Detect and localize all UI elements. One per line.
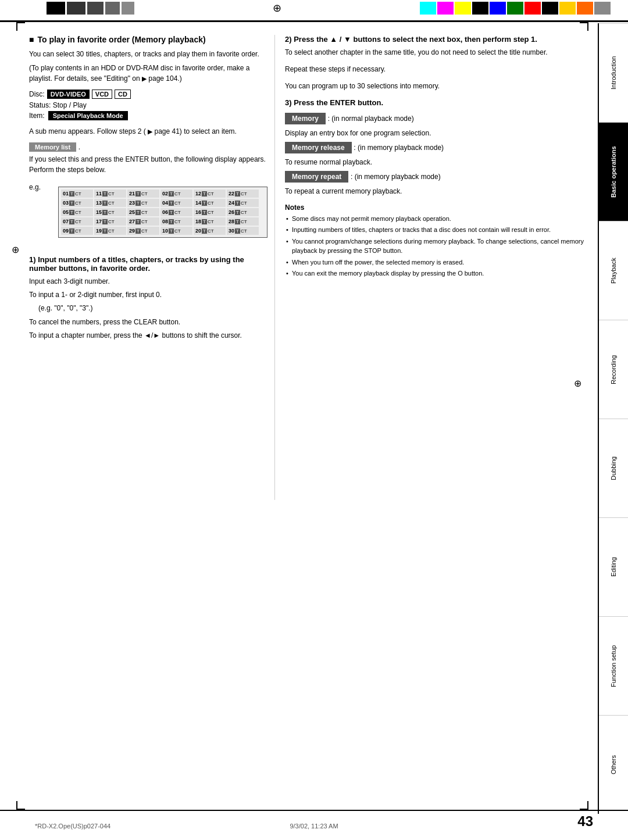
note-1: Some discs may not permit memory playbac… bbox=[285, 214, 587, 224]
grid-cell-13: 13T CT bbox=[94, 199, 126, 207]
step1-text-1: Input each 3-digit number. bbox=[29, 276, 273, 287]
column-divider bbox=[274, 35, 275, 500]
grid-cell-29: 29T CT bbox=[127, 227, 159, 235]
color-block-blue bbox=[490, 2, 506, 15]
grid-table: 01T CT 11T CT 21T CT 02T CT 12T CT 22T C… bbox=[61, 190, 259, 235]
arrow-icon: ▶ bbox=[148, 128, 152, 135]
color-block-med1 bbox=[87, 2, 104, 15]
memory-list-badge: Memory list bbox=[29, 142, 76, 152]
step1-text-3: (e.g. "0", "0", "3".) bbox=[29, 303, 273, 314]
sidebar-tab-others[interactable]: Others bbox=[599, 715, 628, 814]
color-block-dark bbox=[67, 2, 85, 15]
color-block-red bbox=[524, 2, 541, 15]
item-line: Item: Special Playback Mode bbox=[29, 111, 273, 120]
color-block-gray bbox=[594, 2, 611, 15]
top-crosshair-area: ⊕ bbox=[134, 2, 420, 15]
step2-text-2: Repeat these steps if necessary. bbox=[285, 64, 587, 75]
grid-cell-22: 22T CT bbox=[227, 190, 259, 198]
section-title: To play in favorite order (Memory playba… bbox=[29, 35, 273, 44]
memory-desc: If you select this and press the ENTER b… bbox=[29, 154, 273, 175]
corner-mark-tr bbox=[580, 22, 588, 31]
color-blocks-left bbox=[47, 2, 134, 15]
sidebar: Introduction Basic operations Playback R… bbox=[598, 23, 628, 814]
body-text-1: You can select 30 titles, chapters, or t… bbox=[29, 49, 273, 59]
corner-mark-br bbox=[580, 801, 588, 810]
step1-text-2: To input a 1- or 2-digit number, first i… bbox=[29, 289, 273, 301]
memory-desc-1: Display an entry box for one program sel… bbox=[285, 128, 587, 138]
grid-cell-21: 21T CT bbox=[127, 190, 159, 198]
memory-repeat-desc: To repeat a current memory playback. bbox=[285, 186, 587, 196]
step1-text-4: To cancel the numbers, press the CLEAR b… bbox=[29, 317, 273, 328]
top-color-bar: ⊕ bbox=[0, 0, 628, 16]
body-text-2: (To play contents in an HDD or DVD-RAM d… bbox=[29, 63, 273, 84]
color-block-green bbox=[507, 2, 523, 15]
step3-heading: 3) Press the ENTER button. bbox=[285, 98, 587, 107]
sidebar-tab-editing[interactable]: Editing bbox=[599, 517, 628, 616]
grid-cell-14: 14T CT bbox=[194, 199, 226, 207]
corner-mark-bl bbox=[16, 801, 25, 810]
grid-cell-03: 03T CT bbox=[61, 199, 93, 207]
grid-cell-27: 27T CT bbox=[127, 217, 159, 226]
memory-grid: 01T CT 11T CT 21T CT 02T CT 12T CT 22T C… bbox=[58, 187, 267, 238]
grid-cell-01: 01T CT bbox=[61, 190, 93, 198]
note-4: When you turn off the power, the selecte… bbox=[285, 258, 587, 267]
page-ref-icon: ▶ bbox=[142, 75, 147, 82]
left-column: To play in favorite order (Memory playba… bbox=[29, 35, 273, 344]
color-block-yellow2 bbox=[559, 2, 576, 15]
grid-cell-12: 12T CT bbox=[194, 190, 226, 198]
grid-cell-19: 19T CT bbox=[94, 227, 126, 235]
sidebar-tab-dubbing[interactable]: Dubbing bbox=[599, 419, 628, 517]
memory-list-dot: . bbox=[78, 143, 80, 151]
color-block-light bbox=[122, 2, 134, 15]
disc-badge-dvd-video: DVD-VIDEO bbox=[47, 90, 90, 99]
disc-badge-cd: CD bbox=[115, 90, 131, 99]
left-crosshair-icon: ⊕ bbox=[12, 244, 19, 255]
note-2: Inputting numbers of titles, chapters or… bbox=[285, 225, 587, 235]
sidebar-tab-playback[interactable]: Playback bbox=[599, 221, 628, 320]
sidebar-tab-recording[interactable]: Recording bbox=[599, 320, 628, 419]
memory-badge: Memory bbox=[285, 113, 326, 124]
step1-heading: 1) Input numbers of a titles, chapters, … bbox=[29, 255, 273, 273]
color-block-med2 bbox=[105, 2, 120, 15]
right-column: 2) Press the ▲ / ▼ buttons to select the… bbox=[285, 35, 587, 280]
color-block-black bbox=[47, 2, 65, 15]
grid-cell-05: 05T CT bbox=[61, 208, 93, 216]
memory-release-block: Memory release : (in memory playback mod… bbox=[285, 142, 587, 167]
corner-mark-tl bbox=[16, 22, 25, 31]
color-block-cyan bbox=[420, 2, 436, 15]
step2-text-3: You can program up to 30 selections into… bbox=[285, 81, 587, 92]
grid-cell-26: 26T CT bbox=[227, 208, 259, 216]
color-block-black2 bbox=[472, 2, 488, 15]
memory-mode-block: Memory : (in normal playback mode) Displ… bbox=[285, 113, 587, 138]
disc-info: Disc: DVD-VIDEO VCD CD bbox=[29, 90, 273, 99]
grid-cell-07: 07T CT bbox=[61, 217, 93, 226]
step2-heading: 2) Press the ▲ / ▼ buttons to select the… bbox=[285, 35, 587, 44]
grid-cell-06: 06T CT bbox=[160, 208, 192, 216]
note-3: You cannot program/change selections dur… bbox=[285, 237, 587, 256]
step1-text-5: To input a chapter number, press the ◄/►… bbox=[29, 330, 273, 341]
memory-repeat-mode-text: : (in memory playback mode) bbox=[351, 173, 441, 181]
sidebar-tab-basic-operations[interactable]: Basic operations bbox=[599, 122, 628, 221]
grid-container: e.g. 01T CT 11T CT 21T CT 02T CT 12T CT … bbox=[29, 182, 273, 247]
special-playback-badge: Special Playback Mode bbox=[48, 111, 128, 120]
memory-release-desc: To resume normal playback. bbox=[285, 157, 587, 167]
sidebar-tab-function-setup[interactable]: Function setup bbox=[599, 616, 628, 715]
notes-section: Notes Some discs may not permit memory p… bbox=[285, 203, 587, 278]
grid-cell-28: 28T CT bbox=[227, 217, 259, 226]
grid-cell-02: 02T CT bbox=[160, 190, 192, 198]
grid-cell-17: 17T CT bbox=[94, 217, 126, 226]
memory-mode-text: : (in normal playback mode) bbox=[328, 115, 414, 123]
grid-cell-16: 16T CT bbox=[194, 208, 226, 216]
step2-text-1: To select another chapter in the same ti… bbox=[285, 47, 587, 58]
submenu-text: A sub menu appears. Follow steps 2 ( ▶ p… bbox=[29, 126, 273, 137]
status-line: Status: Stop / Play bbox=[29, 101, 273, 109]
grid-cell-20: 20T CT bbox=[194, 227, 226, 235]
color-block-orange bbox=[577, 2, 593, 15]
grid-cell-10: 10T CT bbox=[160, 227, 192, 235]
grid-cell-18: 18T CT bbox=[194, 217, 226, 226]
color-block-black3 bbox=[542, 2, 558, 15]
sidebar-tab-introduction[interactable]: Introduction bbox=[599, 23, 628, 122]
grid-cell-09: 09T CT bbox=[61, 227, 93, 235]
memory-list-container: Memory list . bbox=[29, 142, 273, 154]
memory-repeat-block: Memory repeat : (in memory playback mode… bbox=[285, 171, 587, 196]
